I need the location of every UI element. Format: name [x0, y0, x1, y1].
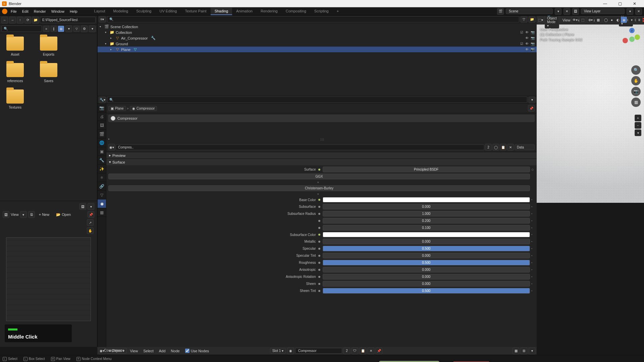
- socket-dot-icon[interactable]: [318, 241, 320, 243]
- eye-icon[interactable]: 👁: [525, 31, 529, 34]
- view-menu[interactable]: View: [560, 18, 573, 22]
- editor-type-icon[interactable]: 🔧▾: [99, 97, 106, 103]
- use-nodes-toggle[interactable]: Use Nodes: [183, 349, 211, 353]
- eye-icon[interactable]: 👁: [525, 48, 529, 51]
- tab-output[interactable]: 🖨: [98, 112, 106, 121]
- socket-dot-icon[interactable]: [318, 169, 320, 171]
- close-button[interactable]: ✕: [627, 1, 642, 6]
- prop-value[interactable]: 0.500: [323, 246, 530, 251]
- pause-render-icon[interactable]: ⏸: [636, 16, 643, 23]
- path-input[interactable]: E:\Flipped_SourceFiles\: [40, 17, 96, 23]
- axis-z-icon[interactable]: Z: [629, 28, 635, 33]
- section-preview[interactable]: ▸ Preview: [106, 152, 537, 159]
- tab-physics[interactable]: ⚛: [98, 173, 106, 182]
- fake-user-icon[interactable]: ◯: [492, 144, 499, 150]
- filter-toggle[interactable]: ▽: [73, 26, 79, 32]
- prop-value[interactable]: 1.000: [323, 211, 530, 217]
- socket-dot-icon[interactable]: [318, 213, 320, 215]
- maximize-button[interactable]: ▢: [612, 1, 627, 6]
- folder-item[interactable]: references: [3, 63, 27, 83]
- crumb-object[interactable]: ▣ Plane: [108, 106, 126, 111]
- scene-new-button[interactable]: ▾: [555, 8, 561, 15]
- material-icon[interactable]: ◉▾: [108, 144, 115, 150]
- prop-value[interactable]: 0.000: [323, 239, 530, 244]
- prop-value[interactable]: 0.500: [323, 260, 530, 265]
- tab-particles[interactable]: ✨: [98, 165, 106, 173]
- sort-dropdown[interactable]: ▾: [65, 25, 72, 32]
- new-folder-button[interactable]: 📁: [32, 17, 39, 23]
- menu-render[interactable]: Render: [31, 9, 49, 13]
- pin-icon[interactable]: 📌: [528, 105, 535, 112]
- plug-icon[interactable]: •: [531, 205, 535, 208]
- viewlayer-selector[interactable]: View Layer: [581, 8, 625, 14]
- socket-dot-icon[interactable]: [318, 220, 320, 222]
- socket-dot-icon[interactable]: [318, 206, 320, 208]
- wireframe-shade-icon[interactable]: ◯: [603, 17, 609, 23]
- axis-neg-icon[interactable]: [629, 37, 635, 42]
- app-icon[interactable]: [2, 9, 7, 14]
- properties-search[interactable]: 🔍: [107, 97, 527, 103]
- camera-icon[interactable]: 📷: [631, 87, 641, 96]
- filter-icon[interactable]: ▽: [521, 16, 527, 23]
- editor-type-icon[interactable]: 🖼: [3, 211, 9, 218]
- workspace-tab[interactable]: UV Editing: [155, 8, 181, 15]
- image-link-icon[interactable]: 🖻: [28, 211, 35, 218]
- up-button[interactable]: ↑: [17, 17, 23, 23]
- tree-row-selected[interactable]: ▸▽Plane▽👁📷: [98, 47, 537, 52]
- plug-icon[interactable]: •: [531, 289, 535, 293]
- filebrowser-search[interactable]: 🔍: [1, 25, 42, 32]
- scene-icon[interactable]: 🎬: [497, 8, 504, 15]
- pin-icon[interactable]: 📌: [88, 211, 94, 218]
- object-types-vis-icon[interactable]: 👁▾: [572, 16, 578, 23]
- material-name-field[interactable]: Compressor: [295, 348, 342, 354]
- plug-icon[interactable]: •: [531, 261, 535, 264]
- viewlayer-delete-button[interactable]: ✕: [635, 8, 642, 15]
- plug-icon[interactable]: ⊙: [531, 168, 535, 171]
- snap-icon[interactable]: ⊞: [521, 348, 527, 354]
- view-columns-icon[interactable]: ‖: [51, 26, 57, 32]
- solid-shade-icon[interactable]: ●: [609, 17, 615, 23]
- material-name-input[interactable]: Compres..: [116, 144, 484, 150]
- refresh-button[interactable]: ⟳: [24, 17, 31, 23]
- material-users[interactable]: 2: [343, 348, 350, 354]
- camera-icon[interactable]: 📷: [531, 31, 535, 34]
- chevron-down-icon[interactable]: ▾: [88, 203, 94, 210]
- prop-value[interactable]: 0.000: [323, 267, 530, 273]
- pin-icon[interactable]: 📌: [376, 348, 382, 354]
- plug-icon[interactable]: •: [531, 198, 535, 201]
- tab-viewlayer[interactable]: 🖼: [98, 121, 106, 130]
- plug-icon[interactable]: •: [531, 226, 535, 230]
- 3d-viewport[interactable]: ⬚▾ 🧊 Object Mode ▾ View Select Add Objec…: [537, 16, 644, 203]
- plug-icon[interactable]: •: [531, 219, 535, 223]
- unlink-icon[interactable]: ✕: [507, 144, 514, 150]
- settings-dropdown[interactable]: ⚙: [81, 25, 88, 32]
- matprev-shade-icon[interactable]: ◐: [615, 17, 621, 23]
- ne-node-menu[interactable]: Node: [169, 349, 181, 353]
- fake-user-icon[interactable]: 🛡: [352, 348, 358, 354]
- workspace-tab[interactable]: Compositing: [282, 8, 310, 15]
- minimize-button[interactable]: —: [598, 1, 612, 6]
- workspace-tab[interactable]: Texture Paint: [181, 8, 210, 15]
- camera-icon[interactable]: 📷: [531, 48, 535, 51]
- link-mode-dropdown[interactable]: Data: [515, 144, 535, 150]
- new-collection-icon[interactable]: 📁: [529, 16, 535, 23]
- camera-icon[interactable]: 📷: [531, 36, 535, 40]
- tab-texture[interactable]: ▦: [98, 208, 106, 217]
- rendered-shade-icon[interactable]: ◉: [621, 17, 627, 23]
- ne-view-menu[interactable]: View: [128, 349, 140, 353]
- mode-dropdown[interactable]: 🧊 Object Mode ▾: [545, 16, 559, 28]
- backdrop-icon[interactable]: ▦: [513, 348, 519, 354]
- socket-dot-icon[interactable]: [318, 227, 320, 229]
- gizmo-toggle[interactable]: ⬚: [579, 16, 586, 23]
- unlink-material-icon[interactable]: ✕: [368, 348, 374, 354]
- image-view-menu[interactable]: View: [11, 213, 19, 217]
- prop-value[interactable]: 0.200: [323, 218, 530, 224]
- prop-value[interactable]: 0.000: [323, 274, 530, 280]
- socket-dot-icon[interactable]: [318, 290, 320, 292]
- editor-type-icon[interactable]: ≡▾: [99, 16, 106, 23]
- prop-value[interactable]: 0.000: [323, 204, 530, 209]
- outliner-search[interactable]: 🔍: [107, 16, 519, 22]
- plug-icon[interactable]: •: [531, 268, 535, 272]
- viewlayer-new-button[interactable]: ▾: [627, 8, 633, 15]
- tab-scene[interactable]: 🎬: [98, 130, 106, 138]
